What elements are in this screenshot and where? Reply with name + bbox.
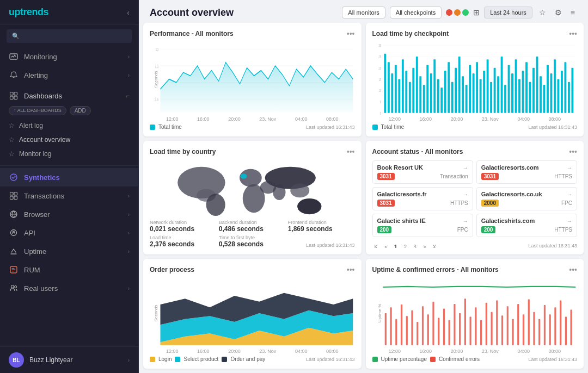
galactic-shirts-ie-arrow[interactable]: → (463, 218, 468, 224)
svg-rect-46 (415, 57, 418, 113)
page-1[interactable]: 1 (392, 244, 400, 248)
svg-rect-57 (455, 68, 457, 113)
widget-load-country-menu[interactable]: ••• (347, 147, 355, 156)
search-box[interactable]: 🔍 (7, 29, 132, 43)
uptime-legend: Uptime percentage Confirmed errors (372, 356, 480, 362)
dashboards-header[interactable]: Dashboards ⌐ (0, 86, 138, 105)
uptime-x-5: 08:00 (548, 349, 561, 354)
svg-rect-67 (490, 82, 492, 113)
menu-button[interactable]: ≡ (568, 7, 577, 18)
sidebar-item-alerting[interactable]: Alerting › (0, 66, 138, 84)
status-dots (446, 9, 469, 16)
svg-rect-38 (387, 62, 389, 113)
dashboard-link-account-overview[interactable]: ☆ Account overview (9, 133, 130, 147)
browser-label: Browser (24, 210, 50, 219)
svg-rect-104 (395, 319, 397, 345)
galactic-com-name: Galacticresorts.com (481, 164, 539, 171)
widget-account-status-menu[interactable]: ••• (569, 147, 577, 156)
galactic-fr-code: 3031 (377, 200, 395, 207)
svg-rect-74 (514, 59, 517, 113)
book-resort-arrow[interactable]: → (463, 165, 468, 171)
galactic-shirts-ie-type: FPC (457, 227, 468, 233)
x-label-3: 23. Nov (259, 116, 276, 122)
widget-performance-menu[interactable]: ••• (347, 29, 355, 38)
widget-account-status-body: Book Resort UK → 3031 Transaction Gal (372, 160, 578, 248)
page-prev[interactable]: < (382, 244, 390, 248)
svg-text:30: 30 (378, 43, 382, 47)
galactic-fr-arrow[interactable]: → (463, 191, 468, 197)
sidebar-footer[interactable]: BL Buzz Lightyear › (0, 346, 138, 373)
sidebar-item-monitoring[interactable]: Monitoring › (0, 47, 138, 66)
dashboard-link-monitor-log[interactable]: ☆ Monitor log (9, 147, 130, 161)
widget-order-menu[interactable]: ••• (347, 265, 355, 274)
status-galactic-shirts-ie: Galactic shirts IE → 200 FPC (372, 214, 473, 237)
cp-x-4: 04:00 (517, 116, 530, 122)
svg-text:5: 5 (379, 100, 381, 104)
all-checkpoints-button[interactable]: All checkpoints (390, 7, 442, 18)
svg-rect-75 (518, 79, 520, 113)
page-first[interactable]: K (372, 244, 381, 248)
page-next[interactable]: > (421, 244, 428, 248)
checkpoint-legend: Total time (372, 124, 405, 130)
page-3[interactable]: 3 (411, 244, 419, 248)
svg-point-98 (273, 184, 285, 200)
galactic-couk-type: FPC (561, 200, 572, 206)
y-axis-label: Seconds (154, 71, 158, 88)
pagination: K < 1 2 3 > X (372, 244, 439, 248)
sidebar-item-transactions[interactable]: Transactions › (0, 186, 138, 205)
sidebar-item-api[interactable]: API › (0, 223, 138, 242)
galactic-shirts-com-arrow[interactable]: → (567, 218, 572, 224)
sidebar-item-browser[interactable]: Browser › (0, 205, 138, 223)
time-range-button[interactable]: Last 24 hours (484, 7, 532, 18)
widget-load-checkpoint-menu[interactable]: ••• (569, 29, 577, 38)
svg-text:25: 25 (378, 55, 382, 59)
widget-uptime-menu[interactable]: ••• (569, 265, 577, 274)
star-button[interactable]: ☆ (537, 7, 548, 18)
all-dashboards-badge[interactable]: ↑ ALL DASHBOARDS (9, 106, 66, 115)
x-label-0: 12:00 (166, 116, 179, 122)
page-last[interactable]: X (431, 244, 439, 248)
browser-chevron: › (128, 212, 130, 217)
dashboard-link-alert-log[interactable]: ☆ Alert log (9, 119, 130, 133)
collapse-button[interactable]: ‹ (127, 8, 130, 17)
svg-rect-70 (500, 57, 503, 113)
galactic-couk-arrow[interactable]: → (567, 191, 572, 197)
galactic-com-arrow[interactable]: → (567, 165, 572, 171)
svg-rect-107 (411, 310, 413, 345)
grid-view-icon[interactable]: ⊞ (473, 8, 480, 17)
stat-ttfb: Time to first byte 0,528 seconds (219, 235, 286, 248)
sidebar-item-uptime[interactable]: Uptime › (0, 242, 138, 260)
dashboard-links: ☆ Alert log ☆ Account overview ☆ Monitor… (0, 119, 138, 161)
chart-footer-performance: Total time Last updated 16:31:43 (150, 124, 355, 130)
load-checkpoint-chart: 30 25 20 15 10 5 0 (372, 42, 578, 116)
galactic-fr-name: Galacticresorts.fr (377, 191, 427, 197)
galactic-shirts-com-code: 200 (481, 226, 496, 233)
map-stats: Network duration 0,021 seconds Backend d… (150, 220, 355, 248)
errors-label: Confirmed errors (439, 356, 480, 362)
svg-point-13 (11, 285, 14, 288)
stat-backend: Backend duration 0,486 seconds (219, 220, 286, 233)
svg-rect-80 (536, 57, 538, 113)
page-2[interactable]: 2 (402, 244, 409, 248)
add-dashboard-badge[interactable]: ADD (70, 106, 91, 115)
book-resort-name: Book Resort UK (377, 164, 423, 171)
settings-button[interactable]: ⚙ (553, 7, 564, 18)
svg-text:10: 10 (155, 46, 158, 52)
all-monitors-button[interactable]: All monitors (342, 7, 385, 18)
svg-rect-119 (475, 307, 476, 345)
svg-rect-116 (459, 313, 461, 345)
widget-load-checkpoint-header: Load time by checkpoint ••• (372, 29, 578, 38)
errors-dot (430, 357, 436, 362)
svg-rect-135 (560, 301, 561, 345)
svg-rect-118 (469, 316, 471, 345)
svg-rect-41 (398, 79, 400, 113)
svg-rect-52 (437, 79, 439, 113)
uptime-x-3: 23. Nov (482, 349, 499, 354)
dashboard-grid: Performance - All monitors ••• Seconds (139, 23, 588, 259)
stat-ttfb-label: Time to first byte (219, 235, 286, 240)
sidebar-item-synthetics[interactable]: Synthetics (0, 168, 138, 186)
svg-rect-2 (14, 92, 17, 96)
sidebar-item-real-users[interactable]: Real users › (0, 279, 138, 297)
sidebar-item-rum[interactable]: RUM (0, 260, 138, 279)
svg-rect-1 (10, 92, 14, 96)
